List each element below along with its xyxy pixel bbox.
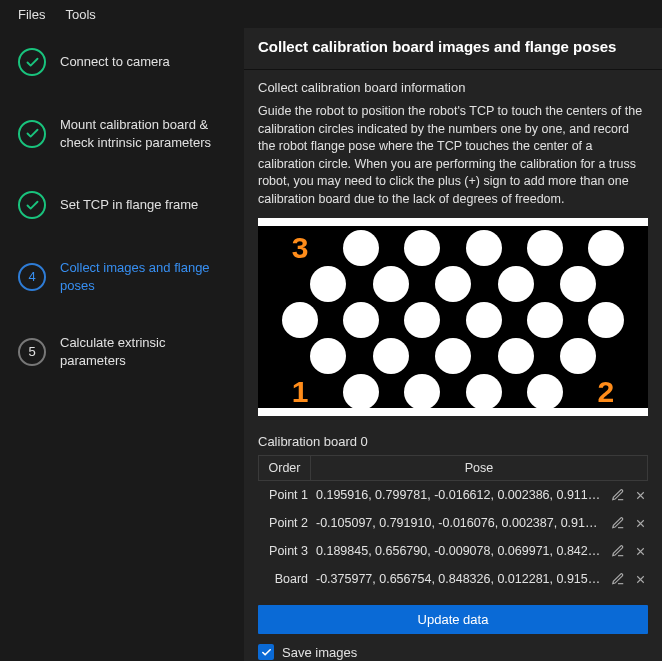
close-icon[interactable] bbox=[632, 543, 648, 559]
step-number-icon: 4 bbox=[18, 263, 46, 291]
close-icon[interactable] bbox=[632, 487, 648, 503]
calibration-dot bbox=[560, 338, 596, 374]
save-images-label: Save images bbox=[282, 645, 357, 660]
calibration-dot bbox=[527, 374, 563, 410]
section-description: Guide the robot to position the robot's … bbox=[258, 103, 648, 208]
section-subtitle: Collect calibration board information bbox=[258, 80, 648, 95]
step-number-icon: 5 bbox=[18, 338, 46, 366]
edit-icon[interactable] bbox=[610, 571, 626, 587]
calibration-dot bbox=[588, 302, 624, 338]
menu-tools[interactable]: Tools bbox=[55, 3, 105, 26]
board-title: Calibration board 0 bbox=[244, 416, 662, 455]
table-row: Point 1 0.195916, 0.799781, -0.016612, 0… bbox=[258, 481, 648, 509]
calibration-dot bbox=[373, 266, 409, 302]
calibration-dot bbox=[310, 266, 346, 302]
step-set-tcp[interactable]: Set TCP in flange frame bbox=[18, 191, 232, 219]
calibration-dot bbox=[466, 374, 502, 410]
calibration-dot bbox=[527, 302, 563, 338]
calibration-dot bbox=[343, 374, 379, 410]
calibration-dot bbox=[527, 230, 563, 266]
step-label: Collect images and flange poses bbox=[60, 259, 232, 294]
calibration-dot bbox=[498, 266, 534, 302]
edit-icon[interactable] bbox=[610, 543, 626, 559]
cell-pose: 0.195916, 0.799781, -0.016612, 0.002386,… bbox=[316, 488, 604, 502]
board-corner-2-icon: 2 bbox=[588, 374, 624, 410]
calibration-board-image: 3 bbox=[258, 218, 648, 416]
calibration-dot bbox=[404, 374, 440, 410]
calibration-dot bbox=[373, 338, 409, 374]
step-label: Calculate extrinsic parameters bbox=[60, 334, 232, 369]
step-label: Mount calibration board & check intrinsi… bbox=[60, 116, 232, 151]
edit-icon[interactable] bbox=[610, 515, 626, 531]
table-row: Point 3 0.189845, 0.656790, -0.009078, 0… bbox=[258, 537, 648, 565]
sidebar: Connect to camera Mount calibration boar… bbox=[0, 28, 244, 661]
menu-files[interactable]: Files bbox=[8, 3, 55, 26]
cell-order: Point 3 bbox=[258, 544, 310, 558]
calibration-dot bbox=[435, 338, 471, 374]
cell-order: Board bbox=[258, 572, 310, 586]
save-images-row: Save images bbox=[258, 644, 648, 660]
step-connect-camera[interactable]: Connect to camera bbox=[18, 48, 232, 76]
step-mount-board[interactable]: Mount calibration board & check intrinsi… bbox=[18, 116, 232, 151]
step-label: Set TCP in flange frame bbox=[60, 196, 198, 214]
cell-pose: -0.105097, 0.791910, -0.016076, 0.002387… bbox=[316, 516, 604, 530]
calibration-dot bbox=[343, 230, 379, 266]
step-calculate-extrinsic[interactable]: 5 Calculate extrinsic parameters bbox=[18, 334, 232, 369]
close-icon[interactable] bbox=[632, 515, 648, 531]
content-area: Connect to camera Mount calibration boar… bbox=[0, 28, 662, 661]
update-data-button[interactable]: Update data bbox=[258, 605, 648, 634]
step-label: Connect to camera bbox=[60, 53, 170, 71]
cell-order: Point 2 bbox=[258, 516, 310, 530]
col-order: Order bbox=[259, 456, 311, 480]
calibration-dot bbox=[560, 266, 596, 302]
calibration-dot bbox=[435, 266, 471, 302]
calibration-dot bbox=[404, 230, 440, 266]
step-collect-images[interactable]: 4 Collect images and flange poses bbox=[18, 259, 232, 294]
check-icon bbox=[18, 120, 46, 148]
table-row: Board -0.375977, 0.656754, 0.848326, 0.0… bbox=[258, 565, 648, 593]
edit-icon[interactable] bbox=[610, 487, 626, 503]
calibration-dot bbox=[498, 338, 534, 374]
close-icon[interactable] bbox=[632, 571, 648, 587]
col-pose: Pose bbox=[311, 456, 647, 480]
save-images-checkbox[interactable] bbox=[258, 644, 274, 660]
collect-section: Collect calibration board information Gu… bbox=[244, 70, 662, 208]
cell-pose: -0.375977, 0.656754, 0.848326, 0.012281,… bbox=[316, 572, 604, 586]
menu-bar: Files Tools bbox=[0, 0, 662, 28]
calibration-dot bbox=[588, 230, 624, 266]
calibration-dot bbox=[466, 302, 502, 338]
calibration-dot bbox=[343, 302, 379, 338]
check-icon bbox=[18, 191, 46, 219]
page-title: Collect calibration board images and fla… bbox=[244, 28, 662, 70]
table-row: Point 2 -0.105097, 0.791910, -0.016076, … bbox=[258, 509, 648, 537]
board-corner-1-icon: 1 bbox=[282, 374, 318, 410]
main-panel: Collect calibration board images and fla… bbox=[244, 28, 662, 661]
board-corner-3-icon: 3 bbox=[282, 230, 318, 266]
check-icon bbox=[18, 48, 46, 76]
cell-order: Point 1 bbox=[258, 488, 310, 502]
calibration-dot bbox=[466, 230, 502, 266]
pose-table: Order Pose Point 1 0.195916, 0.799781, -… bbox=[258, 455, 648, 593]
calibration-dot bbox=[310, 338, 346, 374]
calibration-dot bbox=[282, 302, 318, 338]
cell-pose: 0.189845, 0.656790, -0.009078, 0.069971,… bbox=[316, 544, 604, 558]
calibration-dot bbox=[404, 302, 440, 338]
table-header: Order Pose bbox=[258, 455, 648, 481]
dot-grid: 3 bbox=[258, 226, 648, 408]
